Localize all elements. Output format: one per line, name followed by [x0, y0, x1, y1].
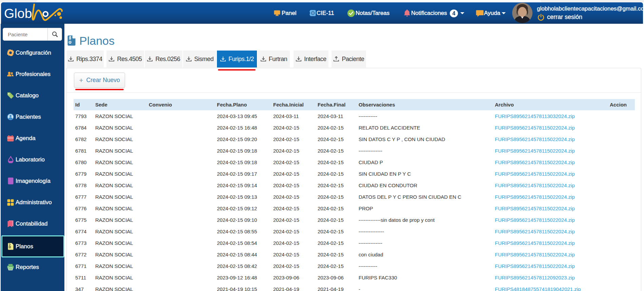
svg-text:Glob: Glob [4, 6, 32, 21]
